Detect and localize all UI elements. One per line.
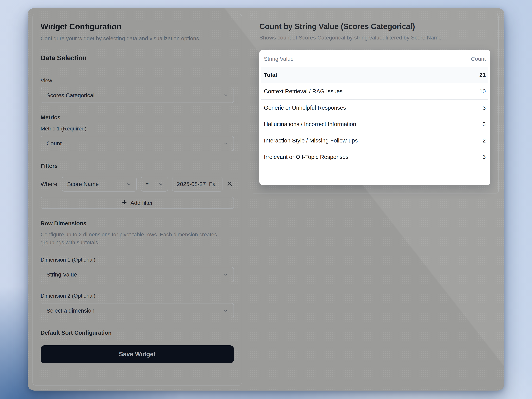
row-count: 3: [483, 104, 486, 111]
metric1-select[interactable]: Count: [41, 136, 234, 151]
remove-filter-button[interactable]: [225, 180, 234, 189]
row-label: Interaction Style / Missing Follow-ups: [264, 137, 358, 144]
view-select[interactable]: Scores Categorical: [41, 88, 234, 103]
chevron-down-icon: [127, 182, 131, 187]
data-selection-heading: Data Selection: [41, 54, 234, 62]
filter-value-input[interactable]: 2025-08-27_Fa: [172, 177, 222, 192]
chevron-down-icon: [223, 272, 228, 277]
metric1-label: Metric 1 (Required): [41, 126, 234, 132]
row-dimensions-heading: Row Dimensions: [41, 220, 234, 227]
widget-configuration-dialog: Widget Configuration Configure your widg…: [28, 8, 504, 391]
table-row: Hallucinations / Incorrect Information3: [261, 116, 488, 132]
view-label: View: [41, 77, 234, 84]
chevron-down-icon: [223, 141, 228, 146]
row-count: 2: [483, 137, 486, 144]
row-count: 3: [483, 154, 486, 160]
dimension1-select-value: String Value: [46, 271, 77, 278]
where-label: Where: [41, 181, 57, 187]
chevron-down-icon: [223, 93, 228, 98]
metrics-heading: Metrics: [41, 114, 234, 121]
row-label: Context Retrieval / RAG Issues: [264, 88, 342, 95]
table-row: Context Retrieval / RAG Issues10: [261, 83, 488, 100]
widget-preview-panel: Count by String Value (Scores Categorica…: [251, 14, 499, 193]
plus-icon: [122, 200, 127, 206]
row-label: Hallucinations / Incorrect Information: [264, 121, 356, 127]
add-filter-label: Add filter: [130, 200, 153, 206]
dimension1-label: Dimension 1 (Optional): [41, 257, 234, 263]
filter-column-value: Score Name: [67, 181, 99, 187]
row-count: 21: [479, 72, 486, 78]
filter-operator-select[interactable]: =: [141, 177, 168, 192]
filter-operator-value: =: [145, 181, 149, 187]
page-title: Widget Configuration: [41, 22, 234, 31]
row-label: Irrelevant or Off-Topic Responses: [264, 154, 348, 160]
preview-title: Count by String Value (Scores Categorica…: [259, 22, 490, 31]
row-count: 3: [483, 121, 486, 127]
row-count: 10: [479, 88, 486, 95]
view-select-value: Scores Categorical: [46, 92, 95, 99]
table-row: Total21: [261, 67, 488, 83]
metric1-select-value: Count: [46, 140, 62, 147]
filters-heading: Filters: [41, 163, 234, 169]
close-icon: [227, 181, 233, 187]
chevron-down-icon: [158, 182, 163, 187]
dimension1-select[interactable]: String Value: [41, 267, 234, 282]
row-label: Generic or Unhelpful Responses: [264, 104, 346, 111]
pivot-table-card: String Value Count Total21Context Retrie…: [259, 50, 490, 185]
column-header-string-value: String Value: [264, 56, 294, 62]
dimension2-label: Dimension 2 (Optional): [41, 293, 234, 299]
preview-subtitle: Shows count of Scores Categorical by str…: [259, 33, 487, 42]
table-row: Interaction Style / Missing Follow-ups2: [261, 132, 488, 149]
widget-configuration-panel: Widget Configuration Configure your widg…: [32, 14, 242, 386]
save-widget-button[interactable]: Save Widget: [41, 345, 234, 363]
row-label: Total: [264, 72, 277, 78]
table-header-row: String Value Count: [259, 50, 490, 67]
add-filter-button[interactable]: Add filter: [41, 197, 234, 209]
chevron-down-icon: [223, 308, 228, 313]
table-row: Generic or Unhelpful Responses3: [261, 100, 488, 116]
row-dimensions-description: Configure up to 2 dimensions for pivot t…: [41, 231, 230, 247]
page-subtitle: Configure your widget by selecting data …: [41, 34, 229, 43]
table-row: Irrelevant or Off-Topic Responses3: [261, 149, 488, 165]
filter-column-select[interactable]: Score Name: [62, 177, 137, 192]
default-sort-heading: Default Sort Configuration: [41, 329, 234, 336]
filter-row: Where Score Name = 2025-08-27_Fa: [41, 177, 234, 192]
column-header-count: Count: [471, 56, 486, 62]
table-body: Total21Context Retrieval / RAG Issues10G…: [259, 67, 490, 165]
dimension2-select-value: Select a dimension: [46, 307, 95, 314]
dimension2-select[interactable]: Select a dimension: [41, 303, 234, 318]
